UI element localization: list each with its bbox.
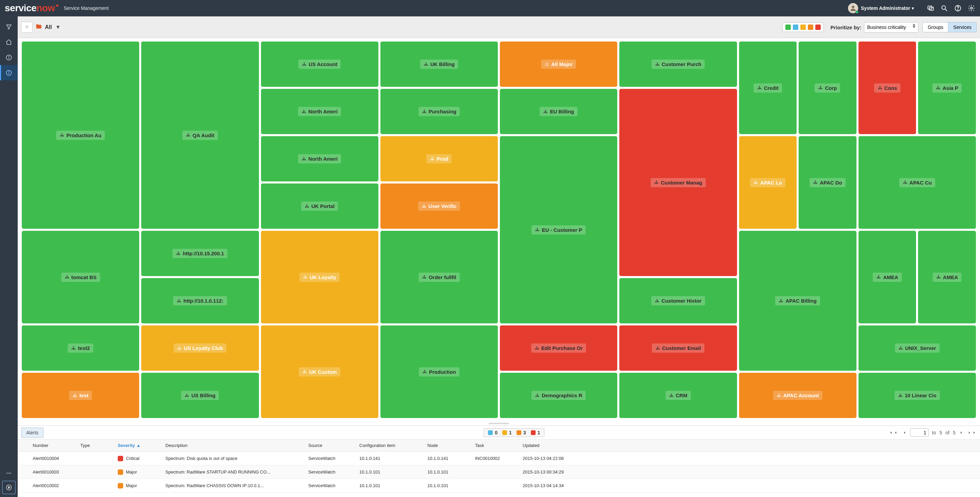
svg-rect-155	[305, 373, 306, 373]
prioritize-select[interactable]: Business criticality	[864, 22, 918, 33]
pager-prev-icon[interactable]	[902, 430, 907, 435]
svg-rect-138	[878, 278, 879, 279]
svg-rect-169	[899, 349, 900, 349]
col-description[interactable]: Description	[165, 443, 308, 448]
tile-t29[interactable]: APAC Billing	[739, 231, 856, 371]
rail-play-button[interactable]	[2, 481, 16, 494]
avatar[interactable]	[848, 3, 858, 13]
tile-t36[interactable]: Edit Purchase Or	[500, 325, 617, 371]
rail-info-icon[interactable]	[0, 50, 18, 65]
tile-t7[interactable]: Credit	[739, 41, 797, 134]
col-task[interactable]: Task	[475, 443, 523, 448]
cell-ci: 10.1.0.141	[360, 456, 427, 461]
tile-t39[interactable]: test	[22, 373, 139, 418]
logo[interactable]: servicenow●	[5, 3, 58, 14]
chevron-down-icon[interactable]: ▼	[55, 24, 60, 30]
tile-t22[interactable]: UK Portal	[261, 183, 379, 229]
tile-t12[interactable]: Purchasing	[380, 89, 498, 134]
svg-rect-171	[902, 349, 902, 349]
tile-t13[interactable]: EU Billing	[500, 89, 617, 134]
tile-t28[interactable]: Customer Histor	[619, 278, 737, 323]
pager-next-icon[interactable]	[959, 430, 964, 435]
tile-t15[interactable]: North Ameri	[261, 136, 379, 182]
col-node[interactable]: Node	[427, 443, 475, 448]
rail-info-selected-icon[interactable]	[0, 65, 18, 80]
rail-home-icon[interactable]	[0, 34, 18, 50]
svg-line-4	[945, 9, 947, 11]
tile-t30[interactable]: AMEA	[859, 231, 916, 323]
tile-t18[interactable]: APAC Lo	[739, 136, 797, 229]
col-updated[interactable]: Updated	[523, 443, 969, 448]
tile-t9[interactable]: Cons	[859, 41, 916, 134]
tile-chip: Customer Manag	[651, 178, 706, 187]
top-bar: servicenow● Service Management System Ad…	[0, 0, 980, 16]
resize-handle[interactable]	[18, 421, 980, 425]
tile-t38[interactable]: UNIX_Server	[859, 325, 976, 371]
tile-t14[interactable]: Customer Manag	[619, 89, 737, 276]
tile-t20[interactable]: APAC Cu	[859, 136, 976, 229]
tile-t10[interactable]: Asia P	[918, 41, 976, 134]
tile-t1[interactable]: Production Au	[22, 41, 139, 229]
user-name[interactable]: System Administrator	[861, 5, 910, 11]
pager-to-val: 5	[940, 430, 942, 435]
tile-t31[interactable]: AMEA	[918, 231, 976, 323]
tile-t41[interactable]: Demographics R	[500, 373, 617, 418]
services-button[interactable]: Services	[948, 22, 976, 32]
tile-chip: AMEA	[933, 273, 961, 282]
svg-rect-102	[178, 254, 179, 255]
tile-t26[interactable]: UK Loyalty	[261, 231, 379, 323]
tile-t34[interactable]: UK Custom	[261, 325, 379, 418]
search-icon[interactable]	[940, 5, 948, 12]
conversations-icon[interactable]	[927, 5, 934, 12]
tile-t24[interactable]: tomcat BS	[22, 231, 139, 323]
tile-t32[interactable]: test2	[22, 325, 139, 371]
tile-t35[interactable]: Production	[380, 325, 498, 418]
alerts-tab[interactable]: Alerts	[21, 428, 43, 438]
col-ci[interactable]: Configuration item	[360, 443, 427, 448]
user-menu-caret[interactable]: ▾	[912, 5, 914, 11]
tile-t4[interactable]: UK Billing	[380, 41, 498, 87]
pager-last-icon[interactable]	[967, 430, 977, 435]
tile-t8[interactable]: Corp	[799, 41, 856, 134]
pager-first-icon[interactable]	[889, 430, 899, 435]
tile-t42[interactable]: CRM	[619, 373, 737, 418]
tile-t43[interactable]: APAC Account	[739, 373, 856, 418]
col-type[interactable]: Type	[80, 443, 118, 448]
tile-t11[interactable]: North Ameri	[261, 89, 379, 134]
groups-button[interactable]: Groups	[923, 22, 948, 32]
table-row[interactable]: Alert0010003MajorSpectrum: RadWare START…	[18, 465, 980, 479]
table-row[interactable]: Alert0010004CriticalSpectrum: Disk quota…	[18, 452, 980, 465]
tile-t44[interactable]: 10 Linear Cis	[859, 373, 976, 418]
up-button[interactable]	[21, 22, 33, 33]
tile-t40[interactable]: US Billing	[141, 373, 259, 418]
svg-rect-191	[780, 396, 781, 397]
pager-input[interactable]	[910, 428, 929, 437]
gear-icon[interactable]	[968, 5, 975, 12]
tile-chip: http://10.15.200.1	[172, 249, 227, 258]
tile-t23[interactable]: User Verific	[380, 183, 498, 229]
tile-t33[interactable]: US Loyalty Club	[141, 325, 259, 371]
tile-t3[interactable]: US Account	[261, 41, 379, 87]
tile-t21[interactable]: http://10.15.200.1	[141, 231, 259, 276]
svg-point-0	[852, 6, 854, 8]
breadcrumb[interactable]: All ▼	[35, 23, 60, 31]
svg-rect-88	[756, 181, 756, 182]
svg-rect-32	[425, 65, 426, 65]
left-rail	[0, 16, 18, 497]
rail-more-icon[interactable]	[0, 465, 18, 481]
tile-t16[interactable]: Prod	[380, 136, 498, 182]
col-severity[interactable]: Severity ▲	[118, 443, 165, 448]
tile-t17[interactable]: EU - Customer P	[500, 136, 617, 323]
tile-t5[interactable]: All Major	[500, 41, 617, 87]
col-source[interactable]: Source	[308, 443, 360, 448]
tile-t6[interactable]: Customer Purch	[619, 41, 737, 87]
tile-t25[interactable]: http://10.1.0.112:	[141, 278, 259, 323]
table-row[interactable]: Alert0010002MajorSpectrum: RadWare CHASS…	[18, 479, 980, 492]
tile-t37[interactable]: Customer Email	[619, 325, 737, 371]
tile-t27[interactable]: Order fullfil	[380, 231, 498, 323]
col-number[interactable]: Number	[33, 443, 80, 448]
help-icon[interactable]	[954, 5, 962, 12]
tile-t19[interactable]: APAC Do	[799, 136, 856, 229]
rail-filter-icon[interactable]	[0, 19, 18, 34]
tile-t2[interactable]: QA Audit	[141, 41, 259, 229]
